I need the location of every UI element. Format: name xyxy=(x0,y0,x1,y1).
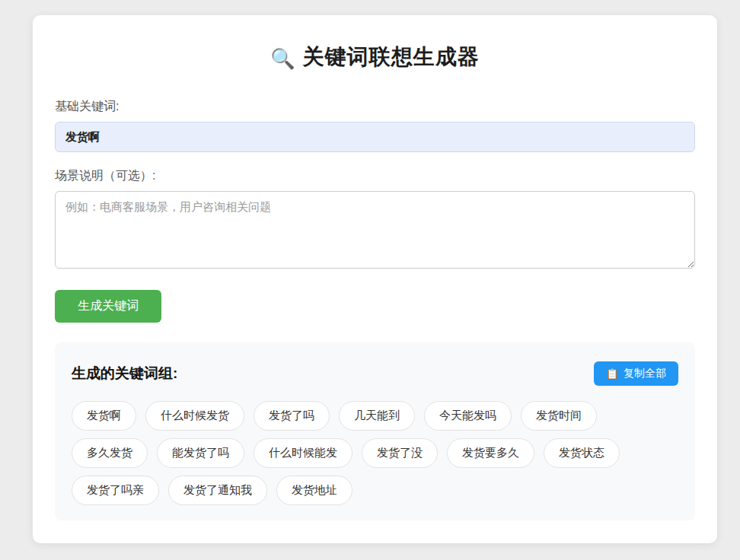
keyword-pill[interactable]: 发货了没 xyxy=(362,438,438,468)
keyword-pill[interactable]: 发货要多久 xyxy=(447,438,534,468)
keyword-pill[interactable]: 什么时候能发 xyxy=(254,438,352,468)
keyword-pill[interactable]: 发货了通知我 xyxy=(168,476,267,505)
scene-label: 场景说明（可选）: xyxy=(55,168,695,184)
keyword-pill-list: 发货啊什么时候发货发货了吗几天能到今天能发吗发货时间多久发货能发货了吗什么时候能… xyxy=(72,401,678,505)
keyword-pill[interactable]: 多久发货 xyxy=(72,438,148,468)
scene-textarea[interactable] xyxy=(55,191,695,269)
keyword-pill[interactable]: 发货地址 xyxy=(276,476,352,505)
clipboard-icon: 📋 xyxy=(606,368,619,380)
copy-all-button[interactable]: 📋 复制全部 xyxy=(594,361,678,386)
page-title: 🔍关键词联想生成器 xyxy=(55,43,695,72)
keyword-pill[interactable]: 发货了吗 xyxy=(254,401,330,431)
keyword-pill[interactable]: 什么时候发货 xyxy=(145,401,244,431)
keyword-label: 基础关键词: xyxy=(55,99,695,115)
keyword-pill[interactable]: 发货了吗亲 xyxy=(72,476,159,505)
keyword-pill[interactable]: 今天能发吗 xyxy=(424,401,512,431)
copy-all-label: 复制全部 xyxy=(624,367,666,380)
results-panel: 生成的关键词组: 📋 复制全部 发货啊什么时候发货发货了吗几天能到今天能发吗发货… xyxy=(55,342,695,520)
results-heading: 生成的关键词组: xyxy=(72,364,177,383)
keyword-pill[interactable]: 发货啊 xyxy=(72,401,136,431)
results-header: 生成的关键词组: 📋 复制全部 xyxy=(72,361,678,386)
main-card: 🔍关键词联想生成器 基础关键词: 场景说明（可选）: 生成关键词 生成的关键词组… xyxy=(33,15,717,543)
page-title-text: 关键词联想生成器 xyxy=(303,45,480,68)
keyword-input[interactable] xyxy=(55,122,695,152)
keyword-pill[interactable]: 发货状态 xyxy=(544,438,620,468)
generate-button[interactable]: 生成关键词 xyxy=(55,290,161,323)
keyword-pill[interactable]: 能发货了吗 xyxy=(157,438,244,468)
keyword-pill[interactable]: 几天能到 xyxy=(339,401,415,431)
keyword-pill[interactable]: 发货时间 xyxy=(521,401,597,431)
search-icon: 🔍 xyxy=(270,47,295,70)
